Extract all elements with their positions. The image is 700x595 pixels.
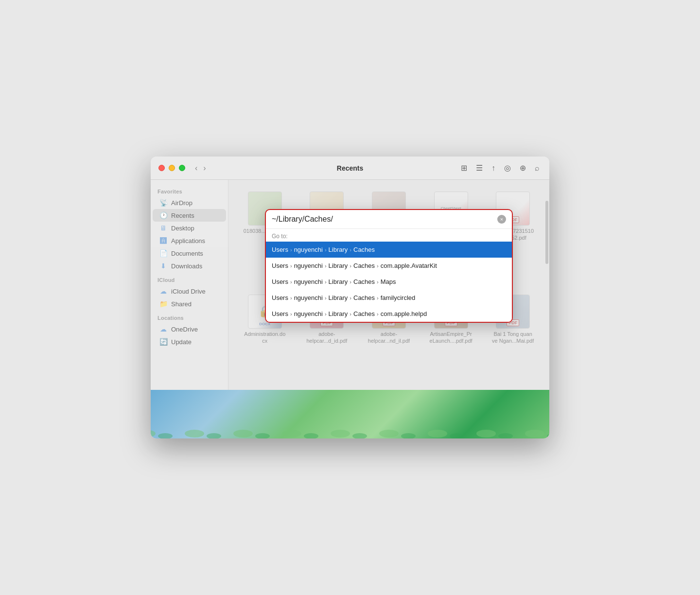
update-icon: 🔄 <box>159 338 167 346</box>
downloads-icon: ⬇ <box>159 262 167 270</box>
goto-dialog: × Go to: Users › nguyenchi › Library › <box>265 209 513 323</box>
breadcrumb-part: nguyenchi <box>294 262 323 269</box>
suggestion-item[interactable]: Users › nguyenchi › Library › Caches › M… <box>266 274 512 290</box>
forward-button[interactable]: › <box>201 163 208 174</box>
breadcrumb-separator: › <box>290 311 292 317</box>
breadcrumb-separator: › <box>325 295 327 301</box>
suggestion-item[interactable]: Users › nguyenchi › Library › Caches › c… <box>266 258 512 274</box>
window-title: Recents <box>337 164 363 172</box>
breadcrumb-part: Caches <box>353 278 375 285</box>
breadcrumb-part: Caches <box>353 310 375 317</box>
breadcrumb-part: com.apple.AvatarKit <box>381 262 437 269</box>
breadcrumb-separator: › <box>325 311 327 317</box>
share-icon[interactable]: ↑ <box>490 163 497 174</box>
sidebar-item-label-onedrive: OneDrive <box>171 326 198 333</box>
sidebar-item-onedrive[interactable]: ☁ OneDrive <box>153 323 226 335</box>
title-bar: ‹ › Recents ⊞ ☰ ↑ ◎ ⊕ ⌕ <box>151 157 549 180</box>
breadcrumb-part: Caches <box>353 294 375 301</box>
sidebar-item-desktop[interactable]: 🖥 Desktop <box>153 222 226 234</box>
breadcrumb-separator: › <box>377 295 379 301</box>
suggestion-item[interactable]: Users › nguyenchi › Library › Caches › c… <box>266 306 512 322</box>
minimize-button[interactable] <box>169 165 175 171</box>
sidebar-item-icloud-drive[interactable]: ☁ iCloud Drive <box>153 285 226 298</box>
sidebar-item-label-update: Update <box>171 338 192 346</box>
sidebar-item-downloads[interactable]: ⬇ Downloads <box>153 260 226 272</box>
airdrop-icon: 📡 <box>159 199 167 207</box>
back-button[interactable]: ‹ <box>193 163 199 174</box>
breadcrumb-separator: › <box>350 311 351 317</box>
tag-icon[interactable]: ◎ <box>502 162 513 174</box>
desktop-icon: 🖥 <box>159 224 167 232</box>
breadcrumb-separator: › <box>350 295 351 301</box>
view-grid-icon[interactable]: ⊞ <box>459 162 469 174</box>
breadcrumb-part: Users <box>272 262 288 269</box>
breadcrumb-separator: › <box>350 247 351 253</box>
toolbar-right: ⊞ ☰ ↑ ◎ ⊕ ⌕ <box>459 162 542 174</box>
onedrive-icon: ☁ <box>159 325 167 333</box>
breadcrumb-part: Users <box>272 278 288 285</box>
breadcrumb-separator: › <box>290 279 292 285</box>
breadcrumb-part: Users <box>272 310 288 317</box>
breadcrumb-separator: › <box>377 263 379 269</box>
shared-icon: 📁 <box>159 300 167 308</box>
breadcrumb-part: Caches <box>353 246 375 253</box>
breadcrumb-part: nguyenchi <box>294 294 323 301</box>
applications-icon: 🅰 <box>159 237 167 245</box>
sidebar-item-label-documents: Documents <box>171 250 203 257</box>
maximize-button[interactable] <box>179 165 185 171</box>
breadcrumb-part: Library <box>329 294 348 301</box>
breadcrumb-part: Users <box>272 246 288 253</box>
close-button[interactable] <box>158 165 165 171</box>
finder-body: Favorites 📡 AirDrop 🕐 Recents 🖥 Desktop … <box>151 180 549 390</box>
icloud-drive-icon: ☁ <box>159 287 167 295</box>
goto-input[interactable] <box>272 215 493 224</box>
documents-icon: 📄 <box>159 249 167 257</box>
sidebar-item-label-desktop: Desktop <box>171 225 194 232</box>
breadcrumb-separator: › <box>325 279 327 285</box>
breadcrumb-part: nguyenchi <box>294 246 323 253</box>
breadcrumb-separator: › <box>290 247 292 253</box>
sidebar-item-shared[interactable]: 📁 Shared <box>153 298 226 310</box>
sidebar-item-label-downloads: Downloads <box>171 262 202 270</box>
suggestion-item[interactable]: Users › nguyenchi › Library › Caches <box>266 242 512 258</box>
sidebar-item-label-airdrop: AirDrop <box>171 199 192 207</box>
breadcrumb-part: Library <box>329 262 348 269</box>
wallpaper-strip <box>151 390 549 438</box>
breadcrumb-separator: › <box>290 263 292 269</box>
breadcrumb-part: Library <box>329 310 348 317</box>
breadcrumb-part: familycircled <box>381 294 416 301</box>
sidebar-item-airdrop[interactable]: 📡 AirDrop <box>153 196 226 209</box>
goto-input-row: × <box>266 210 512 229</box>
breadcrumb-part: Library <box>329 278 348 285</box>
sidebar-item-label-recents: Recents <box>171 212 194 219</box>
breadcrumb-part: Library <box>329 246 348 253</box>
favorites-section-title: Favorites <box>151 184 228 196</box>
breadcrumb-part: Caches <box>353 262 375 269</box>
view-list-icon[interactable]: ☰ <box>474 162 485 174</box>
suggestion-item[interactable]: Users › nguyenchi › Library › Caches › f… <box>266 290 512 306</box>
sidebar-item-applications[interactable]: 🅰 Applications <box>153 234 226 247</box>
breadcrumb-separator: › <box>290 295 292 301</box>
goto-label: Go to: <box>266 229 512 242</box>
goto-clear-button[interactable]: × <box>497 215 506 224</box>
breadcrumb-separator: › <box>350 263 351 269</box>
action-icon[interactable]: ⊕ <box>518 162 528 174</box>
breadcrumb-part: Maps <box>381 278 396 285</box>
breadcrumb-part: nguyenchi <box>294 278 323 285</box>
main-content: 018038...28_n.jpg CheetSheet PDF <box>228 180 549 390</box>
search-icon[interactable]: ⌕ <box>533 163 542 174</box>
icloud-section-title: iCloud <box>151 272 228 285</box>
breadcrumb-separator: › <box>377 279 379 285</box>
traffic-lights <box>158 165 185 171</box>
sidebar-item-update[interactable]: 🔄 Update <box>153 335 226 348</box>
goto-suggestions: Users › nguyenchi › Library › Caches Use… <box>266 242 512 322</box>
nav-buttons: ‹ › <box>193 163 208 174</box>
finder-window: ‹ › Recents ⊞ ☰ ↑ ◎ ⊕ ⌕ Favorites 📡 AirD… <box>151 157 549 438</box>
sidebar-item-label-applications: Applications <box>171 237 205 245</box>
breadcrumb-part: nguyenchi <box>294 310 323 317</box>
sidebar-item-documents[interactable]: 📄 Documents <box>153 247 226 260</box>
breadcrumb-part: Users <box>272 294 288 301</box>
recents-icon: 🕐 <box>159 211 167 219</box>
sidebar-item-recents[interactable]: 🕐 Recents <box>153 209 226 222</box>
breadcrumb-separator: › <box>325 247 327 253</box>
